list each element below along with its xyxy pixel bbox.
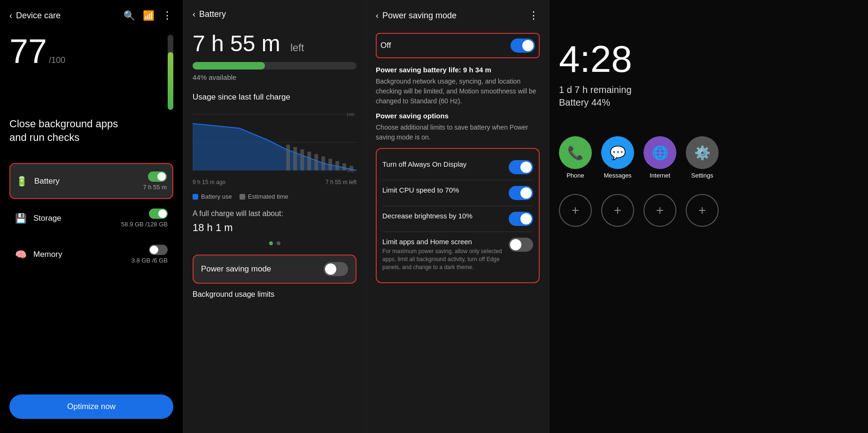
internet-app-icon: 🌐 — [643, 136, 676, 169]
legend-battery-label: Battery use — [201, 193, 232, 200]
score-bar-container — [168, 35, 173, 110]
always-on-display-label: Turn off Always On Display — [382, 160, 472, 168]
storage-icon: 💾 — [15, 213, 27, 224]
power-saving-label: Power saving mode — [201, 264, 271, 274]
add-button-4[interactable]: + — [686, 194, 719, 227]
score-display: 77 /100 — [9, 33, 65, 68]
back-button[interactable]: ‹ — [9, 11, 12, 21]
storage-right: 58.9 GB /128 GB — [121, 209, 168, 228]
limit-apps-label: Limit apps and Home screen — [382, 238, 509, 246]
power-saving-battery-life: Power saving battery life: 9 h 34 m — [376, 66, 540, 74]
battery-care-item[interactable]: 🔋 Battery 7 h 55 m — [9, 163, 173, 199]
add-button-3[interactable]: + — [643, 194, 676, 227]
brightness-toggle-thumb — [520, 213, 532, 224]
lock-screen-time: 4:28 — [559, 38, 859, 81]
power-saving-main-toggle[interactable] — [511, 39, 535, 53]
power-saving-toggle-thumb — [325, 263, 336, 275]
limit-cpu-row[interactable]: Limit CPU speed to 70% — [382, 180, 533, 206]
limit-apps-row[interactable]: Limit apps and Home screen For maximum p… — [382, 232, 533, 277]
power-saving-mode-row[interactable]: Power saving mode — [193, 255, 356, 284]
battery-panel: ‹ Battery 7 h 55 m left 44% available Us… — [183, 0, 366, 433]
battery-toggle-thumb — [157, 172, 166, 181]
limit-apps-toggle[interactable] — [509, 238, 533, 252]
battery-bar-container — [193, 62, 356, 70]
chart-labels: 9 h 15 m ago 7 h 55 m left — [193, 179, 356, 186]
power-saving-back-button[interactable]: ‹ — [376, 11, 379, 21]
storage-toggle[interactable] — [149, 209, 168, 219]
brightness-row[interactable]: Decrease brightness by 10% — [382, 206, 533, 232]
time-left-label: left — [290, 42, 304, 54]
device-care-header: ‹ Device care 🔍 📶 ⋮ — [9, 9, 173, 22]
more-menu-icon[interactable]: ⋮ — [162, 9, 173, 22]
battery-chart: 100 0% — [193, 109, 356, 175]
storage-value: 58.9 GB /128 GB — [121, 221, 168, 228]
search-icon[interactable]: 🔍 — [124, 10, 135, 21]
battery-back-button[interactable]: ‹ — [193, 9, 195, 19]
battery-value: 7 h 55 m — [143, 184, 167, 191]
phone-app-icon: 📞 — [559, 136, 592, 169]
internet-app-label: Internet — [650, 172, 670, 179]
legend-battery-dot — [193, 194, 198, 200]
battery-toggle[interactable] — [148, 171, 167, 182]
power-saving-more-icon[interactable]: ⋮ — [528, 9, 540, 22]
power-saving-panel: ‹ Power saving mode ⋮ Off Power saving b… — [366, 0, 550, 433]
storage-toggle-thumb — [158, 209, 167, 218]
battery-bar-fill — [193, 62, 265, 70]
add-buttons-row: + + + + — [559, 194, 859, 227]
messages-app-label: Messages — [604, 172, 631, 179]
limit-cpu-label-container: Limit CPU speed to 70% — [382, 186, 465, 194]
optimize-button[interactable]: Optimize now — [9, 394, 173, 419]
power-saving-toggle[interactable] — [324, 262, 348, 276]
svg-rect-15 — [342, 163, 346, 170]
phone-app-label: Phone — [566, 172, 584, 179]
power-saving-options-intro: Choose additional limits to save battery… — [376, 123, 540, 142]
always-on-display-label-container: Turn off Always On Display — [382, 160, 472, 168]
limit-cpu-toggle[interactable] — [509, 186, 533, 200]
app-messages[interactable]: 💬 Messages — [601, 136, 634, 179]
legend-estimated-label: Estimated time — [248, 193, 288, 200]
power-saving-page-title: Power saving mode — [382, 11, 457, 21]
score-value: 77 — [9, 34, 47, 68]
power-saving-main-toggle-thumb — [522, 40, 534, 51]
power-saving-header-left: ‹ Power saving mode — [376, 11, 457, 21]
page-indicator — [193, 241, 356, 245]
memory-value: 3.8 GB /6 GB — [132, 257, 168, 264]
lock-screen-panel: 4:28 1 d 7 h remaining Battery 44% 📞 Pho… — [550, 0, 868, 433]
power-saving-main-toggle-row[interactable]: Off — [376, 33, 540, 58]
page-title: Device care — [16, 11, 61, 21]
page-dot-1 — [269, 241, 273, 245]
legend-estimated-dot — [240, 194, 245, 200]
app-phone[interactable]: 📞 Phone — [559, 136, 592, 179]
limit-apps-sublabel: For maximum power saving, allow only sel… — [382, 247, 509, 271]
brightness-toggle[interactable] — [509, 212, 533, 226]
battery-time-left: 7 h 55 m left — [193, 31, 356, 56]
app-settings[interactable]: ⚙️ Settings — [686, 136, 719, 179]
storage-care-item[interactable]: 💾 Storage 58.9 GB /128 GB — [9, 201, 173, 235]
svg-rect-13 — [328, 159, 332, 170]
svg-rect-12 — [321, 156, 325, 170]
memory-icon: 🧠 — [15, 249, 27, 260]
svg-rect-9 — [300, 149, 304, 170]
limit-apps-toggle-thumb — [510, 239, 521, 250]
score-description: Close background appsand run checks — [9, 117, 173, 144]
score-max: /100 — [49, 55, 65, 65]
always-on-display-toggle[interactable] — [509, 160, 533, 174]
memory-right: 3.8 GB /6 GB — [132, 245, 168, 264]
chart-label-right: 7 h 55 m left — [326, 179, 356, 186]
limit-apps-label-container: Limit apps and Home screen For maximum p… — [382, 238, 509, 271]
battery-chart-svg: 100 0% — [193, 109, 356, 175]
add-button-1[interactable]: + — [559, 194, 592, 227]
svg-rect-11 — [314, 154, 318, 170]
always-on-display-row[interactable]: Turn off Always On Display — [382, 155, 533, 180]
memory-toggle[interactable] — [149, 245, 168, 255]
chart-label-left: 9 h 15 m ago — [193, 179, 225, 186]
app-internet[interactable]: 🌐 Internet — [643, 136, 676, 179]
battery-available: 44% available — [193, 73, 356, 81]
memory-care-item[interactable]: 🧠 Memory 3.8 GB /6 GB — [9, 237, 173, 271]
battery-label: Battery — [34, 177, 143, 186]
svg-rect-8 — [293, 147, 297, 170]
limit-cpu-toggle-thumb — [520, 187, 532, 199]
messages-app-icon: 💬 — [601, 136, 634, 169]
svg-rect-7 — [286, 145, 290, 170]
add-button-2[interactable]: + — [601, 194, 634, 227]
